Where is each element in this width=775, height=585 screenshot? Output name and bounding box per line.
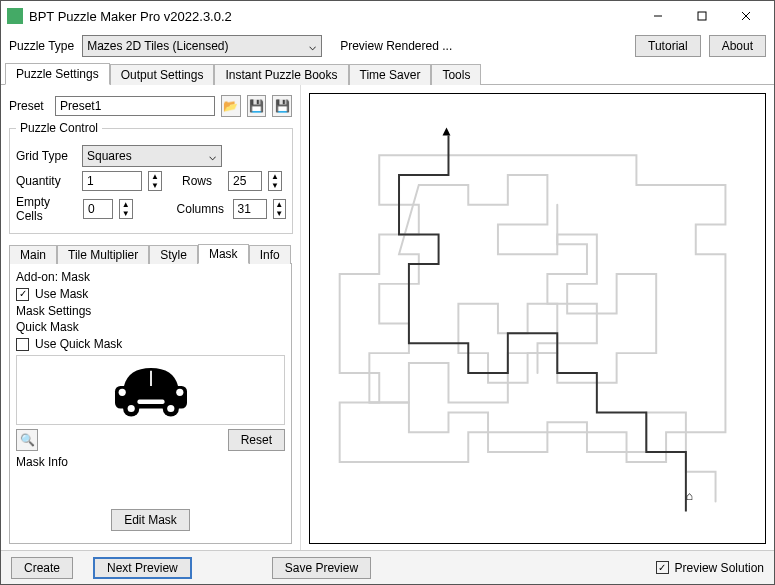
edit-mask-button[interactable]: Edit Mask	[111, 509, 190, 531]
empty-cells-spinner[interactable]: ▲▼	[119, 199, 132, 219]
chevron-down-icon: ⌵	[207, 149, 217, 163]
right-pane: ⌂	[301, 85, 774, 552]
svg-point-8	[167, 404, 174, 411]
svg-rect-11	[137, 399, 164, 404]
grid-type-label: Grid Type	[16, 149, 76, 163]
subtab-mask[interactable]: Mask	[198, 244, 249, 264]
save-as-preset-button[interactable]: 💾	[272, 95, 292, 117]
mask-pane: Add-on: Mask ✓ Use Mask Mask Settings Qu…	[9, 264, 292, 544]
tab-instant-puzzle-books[interactable]: Instant Puzzle Books	[214, 64, 348, 85]
quantity-input[interactable]	[82, 171, 142, 191]
tabstrip: Puzzle Settings Output Settings Instant …	[1, 61, 774, 85]
grid-type-value: Squares	[87, 149, 203, 163]
mask-info-label: Mask Info	[16, 455, 285, 469]
columns-spinner[interactable]: ▲▼	[273, 199, 286, 219]
puzzle-type-combo[interactable]: Mazes 2D Tiles (Licensed) ⌵	[82, 35, 322, 57]
magnify-button[interactable]: 🔍	[16, 429, 38, 451]
create-button[interactable]: Create	[11, 557, 73, 579]
tab-output-settings[interactable]: Output Settings	[110, 64, 215, 85]
save-icon: 💾	[249, 99, 264, 113]
subtabstrip: Main Tile Multiplier Style Mask Info	[9, 242, 292, 264]
minimize-button[interactable]	[636, 2, 680, 30]
columns-label: Columns	[177, 202, 227, 216]
puzzle-control-group: Puzzle Control Grid Type Squares ⌵ Quant…	[9, 121, 293, 234]
checkbox-icon: ✓	[16, 288, 29, 301]
quantity-spinner[interactable]: ▲▼	[148, 171, 162, 191]
next-preview-button[interactable]: Next Preview	[93, 557, 192, 579]
maximize-button[interactable]	[680, 2, 724, 30]
svg-point-9	[118, 388, 125, 395]
subtab-tile-multiplier[interactable]: Tile Multiplier	[57, 245, 149, 264]
svg-text:⌂: ⌂	[686, 489, 693, 503]
checkbox-icon	[16, 338, 29, 351]
empty-cells-label: Empty Cells	[16, 195, 77, 223]
preview-solution-checkbox[interactable]: ✓ Preview Solution	[656, 561, 764, 575]
subtab-info[interactable]: Info	[249, 245, 291, 264]
preview-canvas: ⌂	[309, 93, 766, 544]
svg-rect-1	[698, 12, 706, 20]
puzzle-control-legend: Puzzle Control	[16, 121, 102, 135]
maze-preview-icon: ⌂	[310, 94, 765, 543]
subtab-main[interactable]: Main	[9, 245, 57, 264]
car-icon	[106, 363, 196, 418]
rows-spinner[interactable]: ▲▼	[268, 171, 282, 191]
preview-solution-label: Preview Solution	[675, 561, 764, 575]
top-row: Puzzle Type Mazes 2D Tiles (Licensed) ⌵ …	[1, 31, 774, 61]
use-quick-mask-label: Use Quick Mask	[35, 337, 122, 351]
preview-status: Preview Rendered ...	[340, 39, 452, 53]
about-button[interactable]: About	[709, 35, 766, 57]
window-title: BPT Puzzle Maker Pro v2022.3.0.2	[29, 9, 636, 24]
tab-puzzle-settings[interactable]: Puzzle Settings	[5, 63, 110, 85]
columns-input[interactable]	[233, 199, 267, 219]
svg-point-10	[176, 388, 183, 395]
grid-type-combo[interactable]: Squares ⌵	[82, 145, 222, 167]
magnify-icon: 🔍	[20, 433, 35, 447]
rows-label: Rows	[182, 174, 222, 188]
rows-input[interactable]	[228, 171, 262, 191]
use-quick-mask-checkbox[interactable]: Use Quick Mask	[16, 337, 285, 351]
puzzle-type-label: Puzzle Type	[9, 39, 74, 53]
save-preview-button[interactable]: Save Preview	[272, 557, 371, 579]
subtab-style[interactable]: Style	[149, 245, 198, 264]
bottom-bar: Create Next Preview Save Preview ✓ Previ…	[1, 550, 774, 584]
titlebar: BPT Puzzle Maker Pro v2022.3.0.2	[1, 1, 774, 31]
preset-input[interactable]	[55, 96, 215, 116]
tutorial-button[interactable]: Tutorial	[635, 35, 701, 57]
preset-label: Preset	[9, 99, 49, 113]
mask-image-preview	[16, 355, 285, 425]
mask-settings-label: Mask Settings	[16, 304, 285, 318]
svg-point-6	[127, 404, 134, 411]
tab-tools[interactable]: Tools	[431, 64, 481, 85]
save-as-icon: 💾	[275, 99, 290, 113]
chevron-down-icon: ⌵	[307, 39, 317, 53]
puzzle-type-value: Mazes 2D Tiles (Licensed)	[87, 39, 303, 53]
use-mask-checkbox[interactable]: ✓ Use Mask	[16, 287, 285, 301]
checkbox-icon: ✓	[656, 561, 669, 574]
quick-mask-label: Quick Mask	[16, 320, 285, 334]
left-pane: Preset 📂 💾 💾 Puzzle Control Grid Type Sq…	[1, 85, 301, 552]
save-preset-button[interactable]: 💾	[247, 95, 267, 117]
folder-icon: 📂	[223, 99, 238, 113]
open-preset-button[interactable]: 📂	[221, 95, 241, 117]
app-icon	[7, 8, 23, 24]
quantity-label: Quantity	[16, 174, 76, 188]
reset-button[interactable]: Reset	[228, 429, 285, 451]
tab-time-saver[interactable]: Time Saver	[349, 64, 432, 85]
close-button[interactable]	[724, 2, 768, 30]
empty-cells-input[interactable]	[83, 199, 113, 219]
addon-mask-label: Add-on: Mask	[16, 270, 285, 284]
use-mask-label: Use Mask	[35, 287, 88, 301]
